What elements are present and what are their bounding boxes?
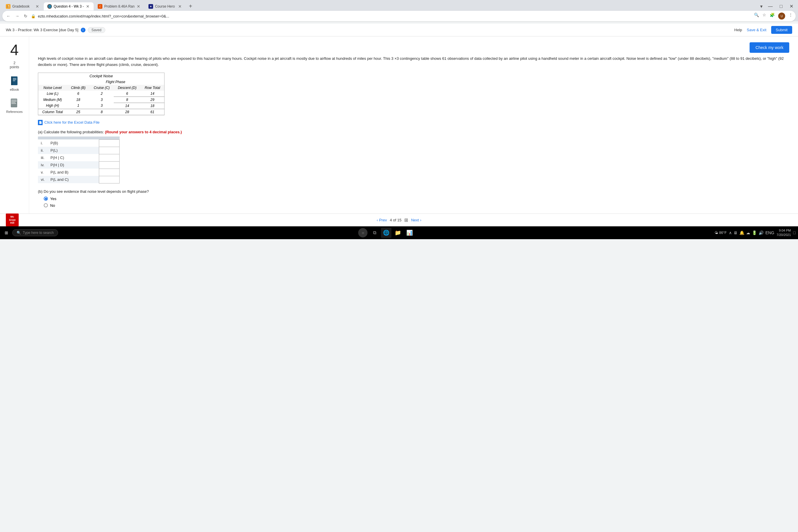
row-medium-climb: 18 xyxy=(67,97,90,103)
prev-chevron-icon: ‹ xyxy=(377,218,378,222)
prob-label-2: ii. xyxy=(38,147,48,154)
profile-dropdown-icon[interactable]: ▼ xyxy=(759,4,763,9)
svg-rect-2 xyxy=(13,78,16,79)
header-climb: Climb (B) xyxy=(67,85,90,91)
bookmark-icon[interactable]: ☆ xyxy=(762,13,766,20)
next-button[interactable]: Next › xyxy=(411,218,421,222)
profile-avatar[interactable]: U xyxy=(778,13,785,20)
reload-button[interactable]: ↻ xyxy=(23,13,28,19)
contingency-table: Cockpit Noise Flight Phase Noise Level C… xyxy=(38,73,165,115)
prob-answer-5[interactable] xyxy=(99,169,119,176)
help-button[interactable]: Help xyxy=(735,28,742,32)
volume-icon[interactable]: 🔊 xyxy=(759,230,764,235)
mcgraw-hill-logo: Mc Graw Hill xyxy=(6,213,19,226)
references-tool[interactable]: References xyxy=(6,98,22,113)
prob-label-5: v. xyxy=(38,169,48,176)
app-header-right: Help Save & Exit Submit xyxy=(735,26,792,34)
gradebook-icon: 📔 xyxy=(6,4,11,9)
header-row-total: Row Total xyxy=(140,85,164,91)
windows-taskbar: ⊞ 🔍 Type here to search ○ ⧉ 🌐 📁 📊 🌤 86°F… xyxy=(0,226,798,239)
tab-coursehero[interactable]: ★ Course Hero ✕ xyxy=(145,2,186,11)
tab-question4-close[interactable]: ✕ xyxy=(86,4,90,9)
back-button[interactable]: ← xyxy=(5,13,12,19)
references-icon xyxy=(10,98,19,109)
network-icon[interactable]: 🖥 xyxy=(734,230,738,235)
prev-button[interactable]: ‹ Prev xyxy=(377,218,387,222)
notifications-icon[interactable]: 🔔 xyxy=(739,230,744,235)
tab-question4[interactable]: 🌐 Question 4 - Wk 3 - ✕ xyxy=(44,2,94,11)
taskbar-files[interactable]: 📁 xyxy=(393,228,403,238)
tab-question4-label: Question 4 - Wk 3 - xyxy=(54,4,84,8)
prob-answer-4[interactable] xyxy=(99,161,119,169)
excel-link[interactable]: 📄 Click here for the Excel Data File xyxy=(38,120,789,125)
flight-phase-header: Flight Phase xyxy=(67,79,164,85)
tab-problem[interactable]: C Problem 8.46A Ran ✕ xyxy=(94,2,145,11)
windows-start-button[interactable]: ⊞ xyxy=(2,229,11,236)
prob-expr-1: P(B) xyxy=(48,139,99,147)
radio-yes-label: Yes xyxy=(50,196,56,201)
prob-answer-2[interactable] xyxy=(99,147,119,154)
windows-search-bar[interactable]: 🔍 Type here to search xyxy=(12,229,58,236)
lock-icon: 🔒 xyxy=(31,14,36,18)
excel-icon: 📊 xyxy=(406,230,413,236)
col-total-cruise: 8 xyxy=(90,109,114,115)
info-icon[interactable]: i xyxy=(81,28,86,32)
new-tab-button[interactable]: + xyxy=(186,2,194,11)
tab-coursehero-close[interactable]: ✕ xyxy=(178,4,182,9)
row-high-cruise: 3 xyxy=(90,103,114,109)
files-icon: 📁 xyxy=(395,230,401,236)
maximize-button[interactable]: □ xyxy=(777,3,785,10)
notification-center-icon[interactable]: □ xyxy=(793,230,796,235)
prob-answer-6[interactable] xyxy=(99,176,119,183)
battery-icon[interactable]: 🔋 xyxy=(752,230,757,235)
cloud-icon[interactable]: ☁ xyxy=(746,230,750,235)
row-low-total: 14 xyxy=(140,91,164,97)
menu-icon[interactable]: ⋮ xyxy=(788,13,793,20)
url-display[interactable]: ezto.mheducation.com/ext/map/index.html?… xyxy=(38,14,752,18)
row-low-label: Low (L) xyxy=(38,91,67,97)
grid-view-button[interactable]: ⊞ xyxy=(404,217,408,223)
col-total-climb: 25 xyxy=(67,109,90,115)
ebook-tool[interactable]: eBook xyxy=(10,76,19,91)
extensions-icon[interactable]: 🧩 xyxy=(770,13,775,20)
submit-button[interactable]: Submit xyxy=(771,26,792,34)
taskbar-excel[interactable]: 📊 xyxy=(404,228,415,238)
radio-group: Yes No xyxy=(44,196,789,208)
tab-gradebook[interactable]: 📔 Gradebook ✕ xyxy=(2,2,43,11)
prob-answer-3[interactable] xyxy=(99,154,119,161)
taskbar-taskview[interactable]: ⧉ xyxy=(369,228,380,238)
prob-label-1: i. xyxy=(38,139,48,147)
tab-gradebook-close[interactable]: ✕ xyxy=(35,4,40,9)
prob-row-1: i. P(B) xyxy=(38,139,119,147)
tray-expand-icon[interactable]: ∧ xyxy=(729,230,732,235)
radio-yes-circle[interactable] xyxy=(44,196,48,201)
radio-yes[interactable]: Yes xyxy=(44,196,789,201)
prob-answer-1[interactable] xyxy=(99,139,119,147)
tab-gradebook-label: Gradebook xyxy=(12,4,30,8)
taskbar-cortana[interactable]: ○ xyxy=(358,228,368,238)
taskbar-clock[interactable]: 9:04 PM 7/20/2021 xyxy=(777,228,791,237)
save-exit-button[interactable]: Save & Exit xyxy=(747,28,766,32)
tab-problem-close[interactable]: ✕ xyxy=(136,4,141,9)
excel-file-icon: 📄 xyxy=(38,120,43,125)
row-medium-label: Medium (M) xyxy=(38,97,67,103)
part-b: (b) Do you see evidence that noise level… xyxy=(38,189,789,208)
minimize-button[interactable]: — xyxy=(766,3,775,10)
prob-expr-2: P(L) xyxy=(48,147,99,154)
radio-no[interactable]: No xyxy=(44,203,789,208)
page-content: 4 2 points eBook xyxy=(0,36,798,213)
taskbar-chrome[interactable]: 🌐 xyxy=(381,228,392,238)
prob-expr-6: P(L and C) xyxy=(48,176,99,183)
forward-button[interactable]: → xyxy=(14,13,20,19)
radio-no-circle[interactable] xyxy=(44,203,48,207)
app-header-left: Wk 3 - Practice: Wk 3 Exercise [due Day … xyxy=(6,27,105,33)
check-work-button[interactable]: Check my work xyxy=(749,42,789,53)
header-descent: Descent (D) xyxy=(114,85,140,91)
close-button[interactable]: ✕ xyxy=(787,3,796,10)
svg-rect-6 xyxy=(12,100,17,100)
row-high-total: 18 xyxy=(140,103,164,109)
search-icon[interactable]: 🔍 xyxy=(754,13,759,20)
prob-row-2: ii. P(L) xyxy=(38,147,119,154)
weather-icon: 🌤 xyxy=(715,231,718,235)
table-title: Cockpit Noise xyxy=(38,73,165,79)
